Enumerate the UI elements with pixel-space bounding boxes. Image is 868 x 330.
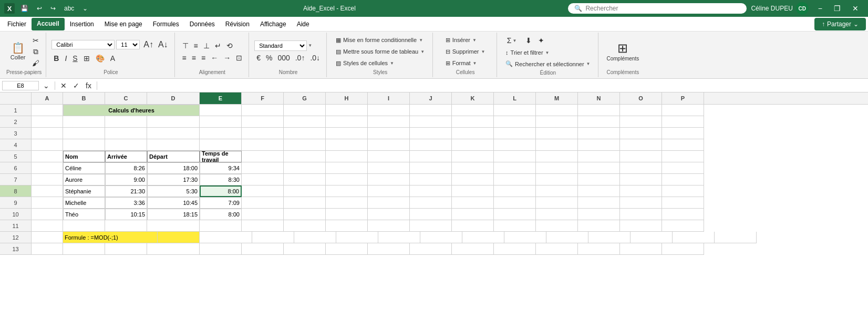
- cell-I12[interactable]: [420, 232, 462, 243]
- cell-A11[interactable]: [32, 220, 63, 232]
- cell-C11[interactable]: [105, 220, 147, 232]
- col-header-O[interactable]: O: [620, 92, 662, 104]
- cell-D9[interactable]: 10:45: [147, 197, 200, 209]
- cell-P8[interactable]: [662, 185, 704, 197]
- cell-F12[interactable]: [294, 232, 336, 243]
- copy-button[interactable]: ⧉: [30, 46, 42, 57]
- increase-font-button[interactable]: A↑: [141, 39, 156, 50]
- cell-D5[interactable]: Départ: [147, 151, 200, 162]
- cell-A12[interactable]: [32, 232, 63, 243]
- cell-J2[interactable]: [410, 116, 452, 128]
- cell-I6[interactable]: [368, 162, 410, 174]
- cell-H7[interactable]: [326, 174, 368, 185]
- cell-B6[interactable]: Céline: [63, 162, 105, 174]
- menu-revision[interactable]: Révision: [220, 18, 255, 30]
- cell-I7[interactable]: [368, 174, 410, 185]
- col-header-K[interactable]: K: [452, 92, 494, 104]
- fill-button[interactable]: ⬇: [523, 35, 534, 46]
- cell-P9[interactable]: [662, 197, 704, 209]
- cell-D13[interactable]: [147, 243, 200, 255]
- cell-B12[interactable]: Formule : =MOD(-;1): [63, 232, 158, 243]
- restore-button[interactable]: ❐: [829, 2, 846, 15]
- wrap-text-button[interactable]: ↵: [213, 40, 223, 51]
- decrease-font-button[interactable]: A↓: [156, 39, 170, 50]
- cell-N9[interactable]: [578, 197, 620, 209]
- cell-L2[interactable]: [494, 116, 536, 128]
- cell-P4[interactable]: [662, 139, 704, 151]
- cell-B5[interactable]: Nom: [63, 151, 105, 162]
- cell-F13[interactable]: [242, 243, 284, 255]
- menu-donnees[interactable]: Données: [184, 18, 220, 30]
- row-num-10[interactable]: 10: [0, 209, 32, 220]
- cell-I2[interactable]: [368, 116, 410, 128]
- cell-G3[interactable]: [284, 128, 326, 139]
- cell-J12[interactable]: [462, 232, 504, 243]
- cell-N13[interactable]: [578, 243, 620, 255]
- cell-styles-button[interactable]: ▧ Styles de cellules ▼: [333, 58, 428, 68]
- find-button[interactable]: 🔍 Rechercher et sélectionner ▼: [502, 59, 593, 69]
- cell-F1[interactable]: [242, 105, 284, 116]
- cell-M11[interactable]: [536, 220, 578, 232]
- menu-insertion[interactable]: Insertion: [65, 18, 99, 30]
- cell-C6[interactable]: 8:26: [105, 162, 147, 174]
- cell-F9[interactable]: [242, 197, 284, 209]
- cell-B3[interactable]: [63, 128, 105, 139]
- cell-K1[interactable]: [452, 105, 494, 116]
- cell-G5[interactable]: [284, 151, 326, 162]
- cell-E7[interactable]: 8:30: [200, 174, 242, 185]
- cell-A7[interactable]: [32, 174, 63, 185]
- col-header-G[interactable]: G: [284, 92, 326, 104]
- cell-N7[interactable]: [578, 174, 620, 185]
- cell-P10[interactable]: [662, 209, 704, 220]
- cell-A1[interactable]: [32, 105, 63, 116]
- cell-M3[interactable]: [536, 128, 578, 139]
- cell-J13[interactable]: [410, 243, 452, 255]
- cell-I8[interactable]: [368, 185, 410, 197]
- formula-input[interactable]: [100, 81, 866, 90]
- cell-K11[interactable]: [452, 220, 494, 232]
- cell-M1[interactable]: [536, 105, 578, 116]
- underline-button[interactable]: S: [70, 53, 79, 64]
- sort-button[interactable]: ↕ Trier et filtrer ▼: [502, 48, 593, 57]
- cell-B11[interactable]: [63, 220, 105, 232]
- undo-button[interactable]: ↩: [34, 4, 45, 13]
- align-center-button[interactable]: ≡: [190, 53, 198, 63]
- menu-aide[interactable]: Aide: [292, 18, 315, 30]
- cell-D11[interactable]: [147, 220, 200, 232]
- cell-E12[interactable]: [252, 232, 294, 243]
- share-button[interactable]: ↑ Partager ⌄: [814, 18, 866, 30]
- cell-O12[interactable]: [673, 232, 715, 243]
- cell-B8[interactable]: Stéphanie: [63, 185, 105, 197]
- table-format-button[interactable]: ▤ Mettre sous forme de tableau ▼: [333, 47, 428, 57]
- cell-F10[interactable]: [242, 209, 284, 220]
- border-button[interactable]: ⊞: [81, 53, 92, 64]
- cell-C3[interactable]: [105, 128, 147, 139]
- align-middle-button[interactable]: ≡: [192, 40, 200, 51]
- cell-M2[interactable]: [536, 116, 578, 128]
- cell-M10[interactable]: [536, 209, 578, 220]
- cell-K2[interactable]: [452, 116, 494, 128]
- cell-L7[interactable]: [494, 174, 536, 185]
- cell-A10[interactable]: [32, 209, 63, 220]
- clear-button[interactable]: ✦: [536, 35, 546, 46]
- cell-L8[interactable]: [494, 185, 536, 197]
- row-num-2[interactable]: 2: [0, 116, 32, 128]
- cell-A5[interactable]: [32, 151, 63, 162]
- cell-L4[interactable]: [494, 139, 536, 151]
- cell-E10[interactable]: 8:00: [200, 209, 242, 220]
- thousands-button[interactable]: 000: [275, 53, 292, 63]
- cell-O7[interactable]: [620, 174, 662, 185]
- cell-E5[interactable]: Temps de travail: [200, 151, 242, 162]
- cell-P7[interactable]: [662, 174, 704, 185]
- cell-A9[interactable]: [32, 197, 63, 209]
- cell-O6[interactable]: [620, 162, 662, 174]
- cell-K8[interactable]: [452, 185, 494, 197]
- cell-C13[interactable]: [105, 243, 147, 255]
- cell-J5[interactable]: [410, 151, 452, 162]
- minimize-button[interactable]: −: [813, 2, 828, 15]
- cell-M9[interactable]: [536, 197, 578, 209]
- cell-K10[interactable]: [452, 209, 494, 220]
- insert-button[interactable]: ⊞ Insérer ▼: [442, 35, 489, 45]
- cell-L11[interactable]: [494, 220, 536, 232]
- cell-N11[interactable]: [578, 220, 620, 232]
